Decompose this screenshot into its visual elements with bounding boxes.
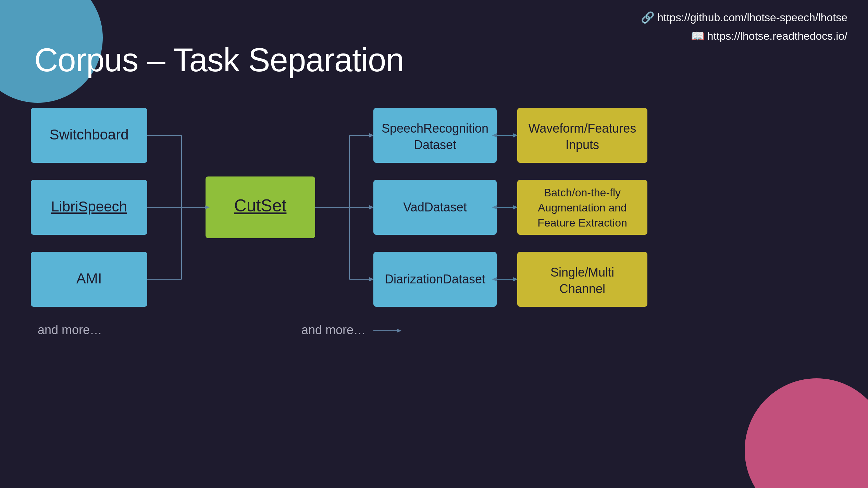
speech-recognition-box	[373, 108, 497, 163]
waveform-label-line1: Waveform/Features	[529, 121, 636, 135]
arrow-to-vad	[369, 205, 374, 209]
arrow-and-more-right	[397, 329, 401, 333]
docs-icon: 📖	[691, 30, 705, 42]
page-title: Corpus – Task Separation	[34, 41, 404, 79]
speech-recognition-label-line1: SpeechRecognition	[382, 121, 488, 135]
batch-label-line2: Augmentation and	[538, 202, 627, 214]
arrow-to-diarization	[369, 277, 374, 281]
vad-dataset-label: VadDataset	[403, 200, 467, 214]
channel-label-line1: Single/Multi	[550, 265, 614, 279]
and-more-right-text: and more…	[301, 323, 366, 337]
ami-label: AMI	[76, 270, 102, 286]
github-icon: 🔗	[641, 11, 655, 24]
top-links: 🔗https://github.com/lhotse-speech/lhotse…	[641, 8, 847, 46]
arrow-to-speech-recognition	[369, 133, 374, 137]
diagram-svg: Switchboard LibriSpeech AMI and more… Cu…	[0, 101, 868, 444]
waveform-box	[517, 108, 647, 163]
batch-label-line1: Batch/on-the-fly	[544, 186, 621, 199]
docs-link[interactable]: 📖https://lhotse.readthedocs.io/	[641, 27, 847, 45]
batch-label-line3: Feature Extraction	[537, 217, 627, 229]
and-more-left-text: and more…	[38, 323, 102, 337]
channel-box	[517, 252, 647, 307]
speech-recognition-label-line2: Dataset	[414, 138, 456, 152]
arrow-fwd-channel	[513, 277, 518, 281]
arrow-fwd-batch	[513, 205, 518, 209]
diarization-dataset-label: DiarizationDataset	[385, 272, 485, 286]
cutset-label: CutSet	[234, 196, 287, 215]
switchboard-label: Switchboard	[49, 126, 128, 143]
arrow-fwd-waveform	[513, 133, 518, 137]
github-link[interactable]: 🔗https://github.com/lhotse-speech/lhotse	[641, 8, 847, 27]
waveform-label-line2: Inputs	[566, 138, 599, 152]
channel-label-line2: Channel	[559, 282, 605, 296]
librispeech-label: LibriSpeech	[51, 198, 127, 215]
